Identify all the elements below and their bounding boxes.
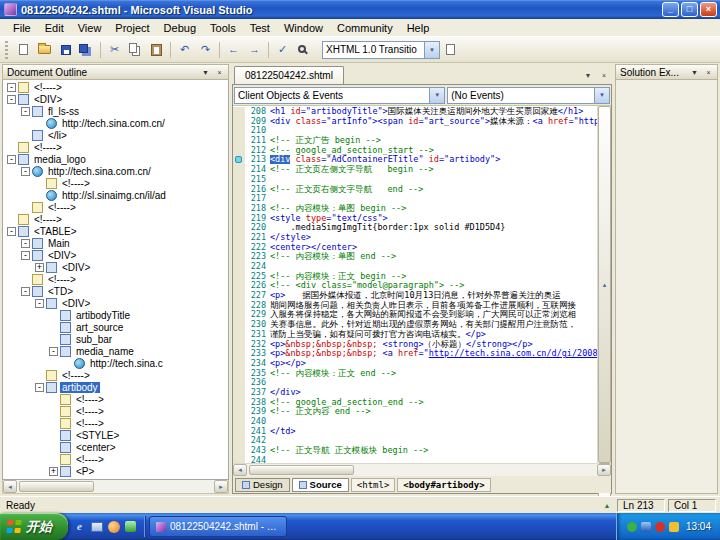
outline-item[interactable]: <!---->: [3, 453, 228, 465]
code-line[interactable]: 230关赛事信息。此外，针对近期出现的虚假票务网站，有关部门提醒用户注意防范，: [233, 320, 597, 330]
editor-vertical-scrollbar[interactable]: ▲ ▼: [597, 106, 611, 463]
antivirus-icon[interactable]: [627, 522, 637, 532]
toolbar-navigate-forward-button[interactable]: →: [245, 41, 264, 59]
scroll-right-icon[interactable]: ►: [597, 464, 611, 476]
menu-project[interactable]: Project: [108, 20, 156, 36]
expander-icon[interactable]: -: [21, 287, 30, 296]
expander-icon[interactable]: -: [7, 95, 16, 104]
scroll-left-icon[interactable]: ◄: [3, 480, 17, 493]
menu-edit[interactable]: Edit: [38, 20, 71, 36]
events-combo[interactable]: (No Events) ▼: [447, 87, 610, 104]
panel-menu-icon[interactable]: ▼: [688, 66, 701, 78]
outline-item[interactable]: -artibody: [3, 381, 228, 393]
outline-item[interactable]: -http://tech.sina.com.cn/: [3, 165, 228, 177]
code-line[interactable]: 214<!-- 正文页左侧文字导航 begin -->: [233, 165, 597, 175]
tab-list-icon[interactable]: ▼: [581, 68, 595, 82]
expander-icon[interactable]: -: [21, 239, 30, 248]
code-line[interactable]: 229入服务将保持稳定，各大网站的新闻报道不会受到影响，广大网民可以正常浏览相: [233, 310, 597, 320]
code-line[interactable]: 241</td>: [233, 427, 597, 437]
code-line[interactable]: 227<p> 据国外媒体报道，北京时间10月13日消息，针对外界普遍关注的奥运: [233, 291, 597, 301]
code-line[interactable]: 238<!-- google_ad_section_end -->: [233, 398, 597, 408]
code-line[interactable]: 222<center></center>: [233, 243, 597, 253]
scrollbar-track[interactable]: [247, 464, 597, 476]
outline-item[interactable]: <!---->: [3, 417, 228, 429]
minimize-button[interactable]: _: [662, 2, 679, 17]
code-line[interactable]: 219<style type="text/css">: [233, 214, 597, 224]
toolbar-copy-button[interactable]: [126, 41, 145, 59]
volume-icon[interactable]: [669, 522, 679, 532]
quicklaunch-ie[interactable]: e: [72, 519, 87, 534]
outline-item[interactable]: -<DIV>: [3, 249, 228, 261]
scroll-up-icon[interactable]: ▲: [598, 106, 611, 463]
toolbar-grip[interactable]: [5, 41, 8, 59]
code-line[interactable]: 233<p>&nbsp;&nbsp;&nbsp; <a href="http:/…: [233, 349, 597, 359]
code-line[interactable]: 224: [233, 262, 597, 272]
code-line[interactable]: 213<div class="AdContainerETitle" id="ar…: [233, 155, 597, 165]
toolbar-undo-button[interactable]: ↶: [175, 41, 194, 59]
tab-close-icon[interactable]: ×: [597, 68, 611, 82]
code-line[interactable]: 220 .mediaSimgImgTit{border:1px solid #D…: [233, 223, 597, 233]
quicklaunch-messenger[interactable]: [123, 519, 138, 534]
scrollbar-thumb[interactable]: [249, 465, 354, 475]
start-button[interactable]: 开始: [0, 513, 68, 540]
scroll-left-icon[interactable]: ◄: [233, 464, 247, 476]
toolbar-open-file-button[interactable]: [35, 41, 54, 59]
code-line[interactable]: 212<!-- google_ad_section_start -->: [233, 146, 597, 156]
outline-item[interactable]: <!---->: [3, 177, 228, 189]
scrollbar-track[interactable]: [17, 480, 214, 493]
panel-close-icon[interactable]: ×: [213, 66, 226, 78]
outline-item[interactable]: -<TD>: [3, 285, 228, 297]
chevron-down-icon[interactable]: ▼: [594, 88, 609, 103]
outline-item[interactable]: artibodyTitle: [3, 309, 228, 321]
document-tab[interactable]: 08122504242.shtml: [234, 66, 344, 84]
menu-help[interactable]: Help: [400, 20, 437, 36]
toolbar-redo-button[interactable]: ↷: [196, 41, 215, 59]
close-button[interactable]: ×: [700, 2, 717, 17]
menu-debug[interactable]: Debug: [157, 20, 203, 36]
code-line[interactable]: 211<!-- 正文广告 begin -->: [233, 136, 597, 146]
outline-horizontal-scrollbar[interactable]: ◄ ►: [2, 480, 229, 494]
toolbar-save-button[interactable]: [56, 41, 75, 59]
code-line[interactable]: 216<!-- 正文页右侧文字导航 end -->: [233, 185, 597, 195]
outline-item[interactable]: art_source: [3, 321, 228, 333]
outline-item[interactable]: +<P>: [3, 465, 228, 477]
code-line[interactable]: 217: [233, 194, 597, 204]
menu-tools[interactable]: Tools: [203, 20, 243, 36]
expander-icon[interactable]: -: [7, 227, 16, 236]
code-line[interactable]: 215: [233, 175, 597, 185]
toolbar-paste-button[interactable]: [147, 41, 166, 59]
tab-source[interactable]: Source: [292, 478, 349, 492]
code-line[interactable]: 244: [233, 456, 597, 463]
outline-item[interactable]: <!---->: [3, 201, 228, 213]
toolbar-cut-button[interactable]: ✂: [105, 41, 124, 59]
expander-icon[interactable]: +: [35, 263, 44, 272]
scrollbar-thumb[interactable]: [19, 481, 94, 492]
code-line[interactable]: 242: [233, 436, 597, 446]
outline-item[interactable]: http://sl.sinaimg.cn/il/ad: [3, 189, 228, 201]
outline-item[interactable]: -<DIV>: [3, 297, 228, 309]
outline-item[interactable]: <!---->: [3, 213, 228, 225]
scroll-right-icon[interactable]: ►: [214, 480, 228, 493]
code-line[interactable]: 226<!-- <div class="model@paragraph"> --…: [233, 281, 597, 291]
scrollbar-thumb[interactable]: [599, 463, 610, 465]
outline-item[interactable]: http://tech.sina.c: [3, 357, 228, 369]
outline-item[interactable]: -<TABLE>: [3, 225, 228, 237]
outline-item[interactable]: -Main: [3, 237, 228, 249]
outline-item[interactable]: -media_logo: [3, 153, 228, 165]
code-lines[interactable]: 208<h1 id="artibodyTitle">国际媒体关注奥运期间外地大学…: [233, 106, 597, 463]
code-line[interactable]: 235<!-- 内容模块：正文 end -->: [233, 369, 597, 379]
code-line[interactable]: 209<div class="artInfo"><span id="art_so…: [233, 117, 597, 127]
toolbar-navigate-back-button[interactable]: ←: [224, 41, 243, 59]
toolbar-new-file-button[interactable]: [14, 41, 33, 59]
chevron-down-icon[interactable]: ▼: [429, 88, 444, 103]
toolbar-save-all-button[interactable]: [77, 41, 96, 59]
network-icon[interactable]: [641, 522, 651, 532]
code-line[interactable]: 225<!-- 内容模块：正文 begin -->: [233, 272, 597, 282]
code-line[interactable]: 240: [233, 417, 597, 427]
outline-item[interactable]: <!---->: [3, 273, 228, 285]
outline-item[interactable]: </li>: [3, 129, 228, 141]
outline-item[interactable]: <STYLE>: [3, 429, 228, 441]
outline-item[interactable]: <!---->: [3, 393, 228, 405]
quicklaunch-media-player[interactable]: [106, 519, 121, 534]
breadcrumb-body-artibody[interactable]: <body#artibody>: [397, 478, 490, 492]
